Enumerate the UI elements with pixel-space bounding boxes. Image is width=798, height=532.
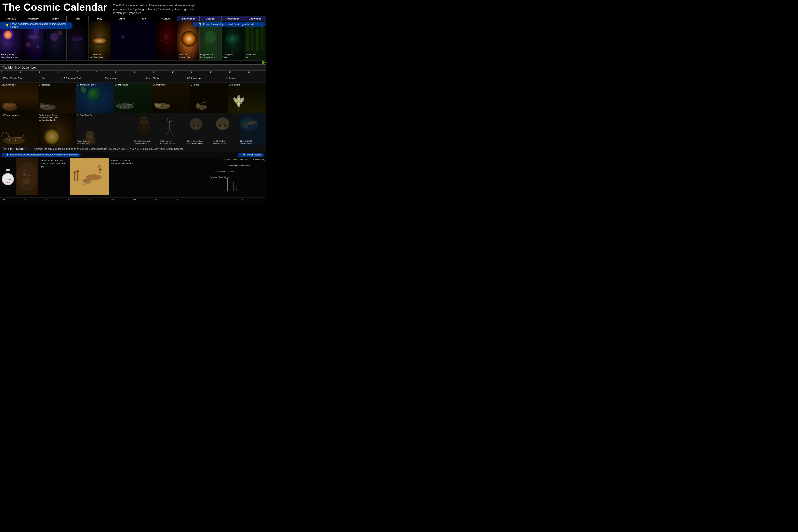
svg-point-73 [142,120,146,123]
timeline-events-area: Columbus Arrives in America (1.2 Seconds… [139,158,266,197]
final-minute-title: The Final Minute... [2,147,28,151]
dec-day-6: 6 [95,71,114,76]
space-cell-august [155,21,177,60]
bulb-icon-written: 💡 [243,153,246,156]
tick-55: 55 [24,198,26,201]
svg-line-77 [167,129,170,135]
timeline-axis: 60 55 50 45 40 35 30 25 20 15 10 5 0 [0,197,266,203]
svg-point-82 [197,125,200,127]
tick-45: 45 [68,198,70,201]
svg-line-62 [6,133,9,137]
month-march: March [44,16,66,21]
tick-60: 60 [2,198,4,201]
svg-point-86 [224,124,227,127]
mammal-icon [152,93,174,111]
space-cell-december: MulticellularLife [244,21,266,60]
svg-rect-104 [74,173,75,181]
green-arrow-icon [262,60,266,64]
svg-point-12 [163,34,169,40]
tick-0: 0 [263,198,264,201]
svg-point-9 [91,37,108,45]
svg-point-71 [141,119,144,120]
final-minute-section: The Final Minute... A human life only la… [0,146,266,203]
modern-skull-icon [213,114,239,138]
tick-20: 20 [177,198,179,201]
svg-point-74 [167,117,172,121]
event-humans-chimps-label: 8 PM: Humans andChimpanzees Split [134,140,150,145]
event-human-migration: 11:56 to 11:59:Human Migration [239,113,266,146]
dec-event-row-2: 22 Amphibians 23 Reptiles 24 Pangaea For… [0,83,266,113]
space-cell-november: EukaryoticCells [222,21,244,60]
event-apes-label: Dawn: Apes andMonkeys Split [77,140,91,145]
space-cell-june [111,21,133,60]
dec-day-9: 9 [152,71,171,76]
svg-line-61 [21,135,24,138]
mohammed-line [246,186,246,191]
svg-rect-22 [256,29,259,51]
dec-day-4: 4 [57,71,76,76]
final-banners-row: 💡 Known from artifacts, radiocarbon dati… [0,152,266,158]
month-december: December [244,16,266,21]
svg-rect-90 [6,169,10,171]
event-columbus: Columbus Arrives in America (1.2 Seconds… [223,158,265,161]
month-july: July [133,16,155,21]
event-walk-upright-label: 9:25: HumansFirst Walk Upright [160,140,175,145]
event-modern-humans-label: 11:52: ModernHumans Evolve [213,140,227,145]
amphibian-icon [0,92,20,112]
dec-day-10: 10 [171,71,190,76]
svg-point-46 [196,103,200,107]
svg-rect-20 [246,27,249,51]
dec-day-11: 11 [190,71,209,76]
svg-line-78 [170,129,173,135]
svg-point-18 [230,36,235,41]
tick-25: 25 [155,198,157,201]
china-line [227,178,228,191]
trex-icon [0,117,30,145]
svg-rect-106 [77,172,78,181]
label-solar: The SolarSystem, Life [178,53,190,59]
space-cell-october: Oxygen fromPhotosynthesis [200,21,222,60]
event-fish-jaws: 20 Fish with Jaws [184,76,225,82]
bulb-icon-2: 💡 [198,23,202,26]
month-august: August [155,16,177,21]
tick-10: 10 [220,198,223,201]
svg-point-1 [4,31,12,39]
svg-point-63 [43,128,61,145]
svg-point-81 [192,125,195,127]
december-header: The Month of December... [0,64,266,71]
tick-40: 40 [89,198,92,201]
label-bigbang: The Big Bang,Stars First Appear [1,53,18,59]
svg-point-2 [28,35,38,39]
header: The Cosmic Calendar The 13.8 billion yea… [0,0,266,16]
month-november: November [222,16,244,21]
svg-point-14 [191,30,195,34]
svg-rect-23 [261,26,263,51]
chimp-icon [133,113,159,137]
event-tyrannosaurids: 29 Tyrannosaurids [0,113,38,146]
event-dinosaurs-extinct: 30 Dinosaurs Extinct, Mammals Take Over … [38,113,76,146]
svg-point-70 [140,116,148,125]
event-dynastic-china: Dynastic China Begins [210,176,230,178]
tick-30: 30 [133,198,136,201]
svg-point-89 [249,122,251,124]
svg-point-105 [73,171,76,174]
month-september: September [177,16,200,21]
event-birds: 27 Birds [190,83,228,113]
tick-15: 15 [198,198,201,201]
svg-point-6 [50,33,58,41]
dinosaur-skeleton-icon [114,91,138,112]
event-mammals: 26 Mammals [152,83,190,113]
event-brain-size-label: 10:30: Human BrainSize Begins Tripling [187,140,204,145]
month-october: October [200,16,222,21]
egypt-art-icon [70,158,109,195]
clock-container: Bulova [0,158,16,197]
label-milkyway: Thin Disk ofthe Milky Way [90,53,103,59]
december-section: The Month of December... 1 2 3 4 5 6 7 8… [0,64,266,146]
event-humans-chimps: 8 PM: Humans andChimpanzees Split [133,113,160,146]
event-migration-label: 11:56 to 11:59:Human Migration [240,140,254,145]
label-oxygen: Oxygen fromPhotosynthesis [201,53,215,59]
label-multicellular: MulticellularLife [245,53,256,59]
svg-point-101 [27,174,30,176]
dec-day-1: 1 [0,71,19,76]
event-reptiles: 23 Reptiles [38,83,76,113]
